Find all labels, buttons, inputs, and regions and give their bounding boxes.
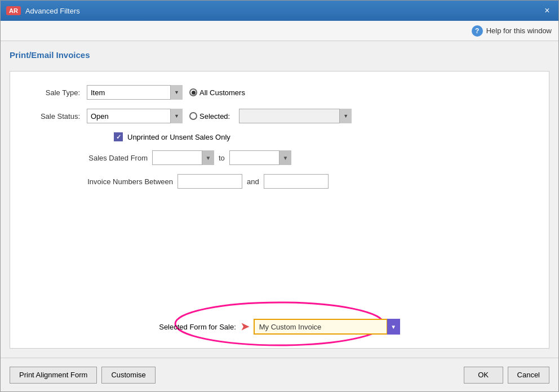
unprinted-checkbox[interactable] [114,132,123,141]
ar-badge: AR [6,6,21,15]
advanced-filters-dialog: AR Advanced Filters × ? Help for this wi… [0,0,559,392]
invoice-to-input[interactable] [264,174,329,189]
help-bar: ? Help for this window [1,21,558,41]
radio-group: All Customers [189,88,245,97]
title-bar-left: AR Advanced Filters [6,6,80,15]
to-label: to [219,154,225,162]
sale-status-dropdown[interactable]: Open Closed All [87,109,183,123]
bottom-left-buttons: Print Alignment Form Customise [10,367,156,384]
window-title: Advanced Filters [25,7,80,15]
spacer [24,198,535,305]
help-button[interactable]: ? Help for this window [472,25,552,37]
sale-type-dropdown[interactable]: Item Service Professional [87,85,183,100]
invoice-numbers-label: Invoice Numbers Between [80,177,173,186]
sale-type-dropdown-wrapper: Item Service Professional ▼ [87,85,183,100]
selected-form-row: Selected Form for Sale: ➤ My Custom Invo… [159,314,400,335]
date-to-wrapper: ▼ [229,150,291,165]
date-from-wrapper: ▼ [152,150,214,165]
invoice-numbers-row: Invoice Numbers Between and [24,174,535,189]
sales-dated-row: Sales Dated From ▼ to ▼ [24,150,535,165]
bottom-bar: Print Alignment Form Customise OK Cancel [1,358,558,391]
help-button-label: Help for this window [486,26,552,35]
radio-selected[interactable]: Selected: [189,112,230,121]
close-button[interactable]: × [542,5,553,16]
selected-field-wrapper: ▼ [239,109,352,123]
selected-customers-dropdown-wrapper: ▼ [239,109,352,123]
date-to-arrow-icon[interactable]: ▼ [279,150,291,165]
main-content: Print/Email Invoices Sale Type: Item Ser… [1,41,558,358]
custom-invoice-dropdown-wrapper: My Custom Invoice Standard Invoice Tax I… [254,319,400,335]
help-icon: ? [472,25,483,37]
selected-form-label: Selected Form for Sale: [159,323,236,331]
sales-dated-label: Sales Dated From [80,154,148,162]
bottom-right-buttons: OK Cancel [464,367,549,384]
and-label: and [247,177,259,186]
sale-status-dropdown-wrapper: Open Closed All ▼ [87,109,183,123]
radio-all-customers-indicator [189,88,197,96]
section-title: Print/Email Invoices [10,50,549,60]
custom-invoice-dropdown[interactable]: My Custom Invoice Standard Invoice Tax I… [254,319,400,335]
ok-button[interactable]: OK [464,367,503,384]
radio-all-customers-label: All Customers [199,88,245,97]
sale-type-label: Sale Type: [24,88,80,97]
title-bar: AR Advanced Filters × [1,1,558,21]
form-panel: Sale Type: Item Service Professional ▼ A… [10,71,549,349]
radio-selected-group: Selected: ▼ [189,109,352,123]
customise-button[interactable]: Customise [101,367,155,384]
cancel-button[interactable]: Cancel [508,367,549,384]
sale-type-row: Sale Type: Item Service Professional ▼ A… [24,85,535,100]
radio-selected-label: Selected: [199,112,230,121]
radio-all-customers[interactable]: All Customers [189,88,245,97]
date-from-arrow-icon[interactable]: ▼ [202,150,214,165]
sale-status-row: Sale Status: Open Closed All ▼ Selected: [24,109,535,123]
unprinted-row: Unprinted or Unsent Sales Only [24,132,535,141]
sale-status-label: Sale Status: [24,112,80,121]
print-alignment-button[interactable]: Print Alignment Form [10,367,97,384]
invoice-from-input[interactable] [178,174,242,189]
unprinted-label: Unprinted or Unsent Sales Only [127,133,230,141]
selected-form-arrow-icon: ➤ [241,320,249,333]
selected-form-container: Selected Form for Sale: ➤ My Custom Invo… [24,314,535,335]
radio-selected-indicator [189,112,197,120]
selected-customers-dropdown[interactable] [239,109,352,123]
